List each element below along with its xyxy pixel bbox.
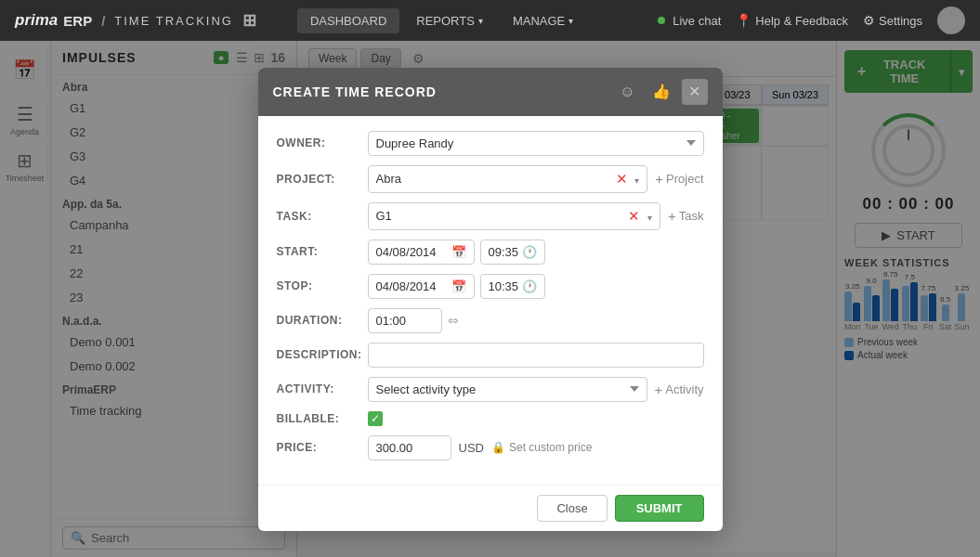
brand-slash: / — [101, 13, 105, 29]
owner-label: OWNER: — [277, 136, 360, 149]
brand-erp: ERP — [63, 13, 92, 29]
nav-dashboard[interactable]: DASHBOARD — [297, 8, 399, 33]
start-datetime: 04/08/2014 📅 09:35 🕐 — [368, 240, 704, 265]
project-row: PROJECT: Abra ✕ ▾ + Project — [277, 165, 704, 193]
description-label: DESCRIPTION: — [277, 348, 360, 361]
stop-row: STOP: 04/08/2014 📅 10:35 🕐 — [277, 274, 704, 299]
start-calendar-icon: 📅 — [451, 245, 466, 259]
stop-calendar-icon: 📅 — [451, 279, 466, 293]
price-input[interactable] — [368, 435, 451, 460]
start-date-input[interactable]: 04/08/2014 📅 — [368, 240, 475, 265]
help-feedback-link[interactable]: 📍 Help & Feedback — [736, 13, 848, 28]
price-label: PRICE: — [277, 441, 360, 454]
modal-header-icons: ☺ 👍 ✕ — [615, 79, 708, 105]
activity-label: ACTIVITY: — [277, 382, 360, 395]
nav-reports[interactable]: REPORTS ▾ — [403, 8, 496, 33]
modal-footer: Close SUBMIT — [258, 485, 723, 531]
add-activity-button[interactable]: + Activity — [655, 382, 704, 397]
live-dot — [658, 17, 665, 24]
duration-arrow-icon: ⇔ — [448, 313, 459, 328]
gear-icon: ⚙ — [863, 13, 875, 28]
check-icon: ✓ — [371, 412, 380, 425]
manage-caret: ▾ — [568, 16, 573, 26]
duration-field: ⇔ — [368, 308, 704, 333]
project-label: PROJECT: — [277, 173, 360, 186]
smile-icon-btn[interactable]: ☺ — [615, 79, 641, 105]
project-clear-icon[interactable]: ✕ — [616, 171, 628, 187]
billable-row: BILLABLE: ✓ — [277, 411, 704, 426]
live-chat-link[interactable]: Live chat — [658, 14, 721, 28]
start-clock-icon: 🕐 — [522, 245, 537, 259]
modal-title: CREATE TIME RECORD — [273, 84, 437, 99]
map-pin-icon: 📍 — [736, 13, 751, 28]
topnav: prima ERP / TIME TRACKING ⊞ DASHBOARD RE… — [0, 0, 980, 41]
close-button[interactable]: Close — [537, 495, 607, 522]
brand: prima ERP / TIME TRACKING ⊞ — [15, 10, 256, 31]
billable-label: BILLABLE: — [277, 412, 360, 425]
billable-field: ✓ — [368, 411, 704, 426]
duration-label: DURATION: — [277, 314, 360, 327]
task-row: TASK: G1 ✕ ▾ + Task — [277, 202, 704, 230]
owner-row: OWNER: Dupree Randy — [277, 131, 704, 156]
add-task-plus-icon: + — [668, 208, 676, 224]
modal-body: OWNER: Dupree Randy PROJECT: Abra ✕ ▾ + — [258, 116, 723, 485]
add-project-plus-icon: + — [655, 171, 663, 187]
stop-time-input[interactable]: 10:35 🕐 — [480, 274, 545, 299]
nav-manage[interactable]: MANAGE ▾ — [500, 8, 586, 33]
task-select[interactable]: G1 ✕ ▾ — [368, 202, 661, 230]
close-modal-icon[interactable]: ✕ — [682, 79, 708, 105]
price-row: PRICE: USD 🔒 Set custom price — [277, 435, 704, 460]
stop-date-input[interactable]: 04/08/2014 📅 — [368, 274, 475, 299]
brand-module: TIME TRACKING — [114, 14, 233, 28]
price-field: USD 🔒 Set custom price — [368, 435, 704, 460]
brand-prima: prima — [15, 11, 58, 30]
topnav-right: Live chat 📍 Help & Feedback ⚙ Settings — [658, 6, 965, 34]
start-label: START: — [277, 245, 360, 258]
reports-caret: ▾ — [478, 16, 483, 26]
modal-overlay[interactable]: CREATE TIME RECORD ☺ 👍 ✕ OWNER: Dupree R… — [0, 41, 980, 557]
submit-button[interactable]: SUBMIT — [615, 495, 704, 522]
topnav-links: DASHBOARD REPORTS ▾ MANAGE ▾ — [297, 8, 586, 33]
start-time-input[interactable]: 09:35 🕐 — [480, 240, 545, 265]
grid-icon: ⊞ — [242, 10, 256, 31]
billable-checkbox[interactable]: ✓ — [368, 411, 383, 426]
add-task-button[interactable]: + Task — [668, 208, 704, 224]
activity-row: ACTIVITY: Select activity type + Activit… — [277, 377, 704, 402]
modal-header: CREATE TIME RECORD ☺ 👍 ✕ — [258, 68, 723, 116]
create-time-record-modal: CREATE TIME RECORD ☺ 👍 ✕ OWNER: Dupree R… — [258, 68, 723, 531]
currency-label: USD — [459, 441, 484, 455]
project-select[interactable]: Abra ✕ ▾ — [368, 165, 648, 193]
description-row: DESCRIPTION: — [277, 343, 704, 368]
thumb-icon-btn[interactable]: 👍 — [648, 79, 674, 105]
duration-row: DURATION: ⇔ — [277, 308, 704, 333]
stop-clock-icon: 🕐 — [522, 279, 537, 293]
user-avatar[interactable] — [937, 6, 965, 34]
add-activity-plus-icon: + — [655, 382, 663, 397]
activity-select[interactable]: Select activity type — [368, 377, 647, 402]
task-label: TASK: — [277, 210, 360, 223]
description-input[interactable] — [368, 343, 704, 368]
set-custom-price-link[interactable]: 🔒 Set custom price — [491, 441, 592, 454]
stop-label: STOP: — [277, 279, 360, 292]
add-project-button[interactable]: + Project — [655, 171, 703, 187]
start-row: START: 04/08/2014 📅 09:35 🕐 — [277, 240, 704, 265]
task-clear-icon[interactable]: ✕ — [628, 208, 640, 224]
settings-link[interactable]: ⚙ Settings — [863, 13, 922, 28]
stop-datetime: 04/08/2014 📅 10:35 🕐 — [368, 274, 704, 299]
duration-input[interactable] — [368, 308, 442, 333]
owner-select[interactable]: Dupree Randy — [368, 131, 704, 156]
lock-icon: 🔒 — [491, 441, 505, 454]
task-caret-icon[interactable]: ▾ — [647, 213, 652, 223]
project-caret-icon[interactable]: ▾ — [634, 175, 639, 186]
